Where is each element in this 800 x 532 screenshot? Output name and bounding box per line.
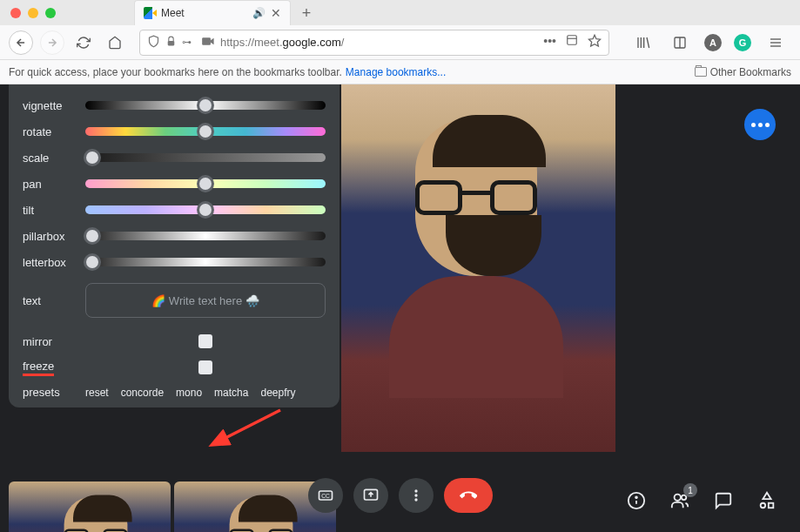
scale-slider-row: scale xyxy=(23,147,326,168)
more-options-button[interactable] xyxy=(399,478,434,513)
preset-mono[interactable]: mono xyxy=(176,387,202,399)
meet-app: vignette rotate scale pan tilt pillarbox… xyxy=(0,84,800,532)
grammarly-icon[interactable]: G xyxy=(734,34,751,51)
svg-text:CC: CC xyxy=(321,493,330,499)
thumbnails xyxy=(9,481,336,532)
reader-mode-icon[interactable] xyxy=(565,34,579,51)
vignette-slider[interactable] xyxy=(85,101,326,110)
menu-button[interactable] xyxy=(763,30,788,55)
meet-favicon-icon xyxy=(144,7,156,19)
svg-point-20 xyxy=(675,495,681,501)
pillarbox-slider-row: pillarbox xyxy=(23,226,326,246)
window-close-button[interactable] xyxy=(10,8,21,18)
preset-matcha[interactable]: matcha xyxy=(214,387,248,399)
svg-rect-2 xyxy=(568,36,577,45)
rotate-slider[interactable] xyxy=(85,127,326,136)
home-button[interactable] xyxy=(103,30,127,55)
info-button[interactable] xyxy=(624,488,649,513)
sidebar-icon[interactable] xyxy=(668,30,692,55)
svg-marker-22 xyxy=(763,493,770,499)
svg-rect-24 xyxy=(769,503,774,508)
presets-list: reset concorde mono matcha deepfry xyxy=(85,387,295,399)
activities-button[interactable] xyxy=(755,488,779,513)
svg-rect-0 xyxy=(168,40,175,44)
lock-icon[interactable] xyxy=(165,36,177,50)
url-more-icon[interactable]: ••• xyxy=(543,34,556,51)
svg-point-15 xyxy=(414,494,417,496)
browser-tab[interactable]: Meet 🔊 ✕ xyxy=(134,0,291,25)
participants-badge: 1 xyxy=(683,483,697,497)
scale-label: scale xyxy=(23,152,85,165)
preset-reset[interactable]: reset xyxy=(85,387,109,399)
bookmark-star-icon[interactable] xyxy=(588,34,602,51)
browser-titlebar: Meet 🔊 ✕ + xyxy=(0,0,800,25)
letterbox-slider-row: letterbox xyxy=(23,252,326,273)
url-text: https://meet.google.com/ xyxy=(220,36,538,49)
svg-line-10 xyxy=(222,410,280,440)
main-video-feed xyxy=(341,84,615,452)
pan-label: pan xyxy=(23,178,85,191)
library-icon[interactable] xyxy=(631,30,655,55)
pan-slider-row: pan xyxy=(23,173,326,194)
thumbnail-1[interactable] xyxy=(9,481,171,532)
more-actions-button[interactable] xyxy=(744,109,776,140)
window-controls xyxy=(10,8,56,18)
manage-bookmarks-link[interactable]: Manage bookmarks... xyxy=(346,66,446,78)
browser-toolbar: ⊶ https://meet.google.com/ ••• A G xyxy=(0,25,800,60)
mirror-label: mirror xyxy=(23,335,85,348)
vignette-label: vignette xyxy=(23,99,85,112)
effects-panel: vignette rotate scale pan tilt pillarbox… xyxy=(9,84,339,407)
presets-label: presets xyxy=(23,386,85,399)
svg-marker-4 xyxy=(588,35,600,46)
window-maximize-button[interactable] xyxy=(45,8,56,18)
tab-title: Meet xyxy=(161,7,247,19)
captions-button[interactable]: CC xyxy=(308,478,343,513)
window-minimize-button[interactable] xyxy=(28,8,38,18)
vignette-slider-row: vignette xyxy=(23,95,326,116)
url-bar[interactable]: ⊶ https://meet.google.com/ ••• xyxy=(139,30,609,56)
text-input[interactable]: 🌈 Write text here 🌧️ xyxy=(85,283,326,318)
tab-bar: Meet 🔊 ✕ + xyxy=(134,0,319,25)
permissions-icon[interactable]: ⊶ xyxy=(182,37,192,48)
camera-icon[interactable] xyxy=(202,36,215,49)
text-label: text xyxy=(23,294,85,307)
mirror-checkbox[interactable] xyxy=(198,334,212,348)
pillarbox-slider[interactable] xyxy=(85,232,326,240)
new-tab-button[interactable]: + xyxy=(294,1,319,25)
mirror-row: mirror xyxy=(23,328,326,354)
pillarbox-label: pillarbox xyxy=(23,230,85,243)
shield-icon[interactable] xyxy=(147,35,160,51)
arrow-annotation xyxy=(215,410,285,457)
text-input-row: text 🌈 Write text here 🌧️ xyxy=(23,283,326,318)
preset-deepfry[interactable]: deepfry xyxy=(260,387,295,399)
chat-button[interactable] xyxy=(711,488,736,513)
svg-point-23 xyxy=(761,503,766,508)
letterbox-slider[interactable] xyxy=(85,258,326,266)
back-button[interactable] xyxy=(9,30,33,55)
rotate-slider-row: rotate xyxy=(23,121,326,142)
extension-a-icon[interactable]: A xyxy=(704,34,722,51)
presets-row: presets reset concorde mono matcha deepf… xyxy=(23,386,326,399)
tab-close-button[interactable]: ✕ xyxy=(271,6,281,20)
preset-concorde[interactable]: concorde xyxy=(121,387,164,399)
tilt-slider[interactable] xyxy=(85,205,326,214)
freeze-row: freeze xyxy=(23,354,326,380)
scale-slider[interactable] xyxy=(85,153,326,162)
rotate-label: rotate xyxy=(23,125,85,138)
tilt-slider-row: tilt xyxy=(23,199,326,220)
tab-sound-icon[interactable]: 🔊 xyxy=(252,7,266,19)
reload-button[interactable] xyxy=(71,30,96,55)
folder-icon xyxy=(695,67,707,77)
participants-button[interactable]: 1 xyxy=(668,488,692,513)
other-bookmarks-folder[interactable]: Other Bookmarks xyxy=(695,66,791,78)
forward-button[interactable] xyxy=(40,30,64,55)
tilt-label: tilt xyxy=(23,204,85,217)
present-button[interactable] xyxy=(353,478,388,513)
svg-point-14 xyxy=(414,489,417,492)
svg-rect-1 xyxy=(202,37,211,45)
pan-slider[interactable] xyxy=(85,179,326,188)
hangup-button[interactable] xyxy=(444,478,493,513)
freeze-label: freeze xyxy=(23,360,85,376)
bookmarks-bar: For quick access, place your bookmarks h… xyxy=(0,60,800,84)
freeze-checkbox[interactable] xyxy=(198,360,212,374)
